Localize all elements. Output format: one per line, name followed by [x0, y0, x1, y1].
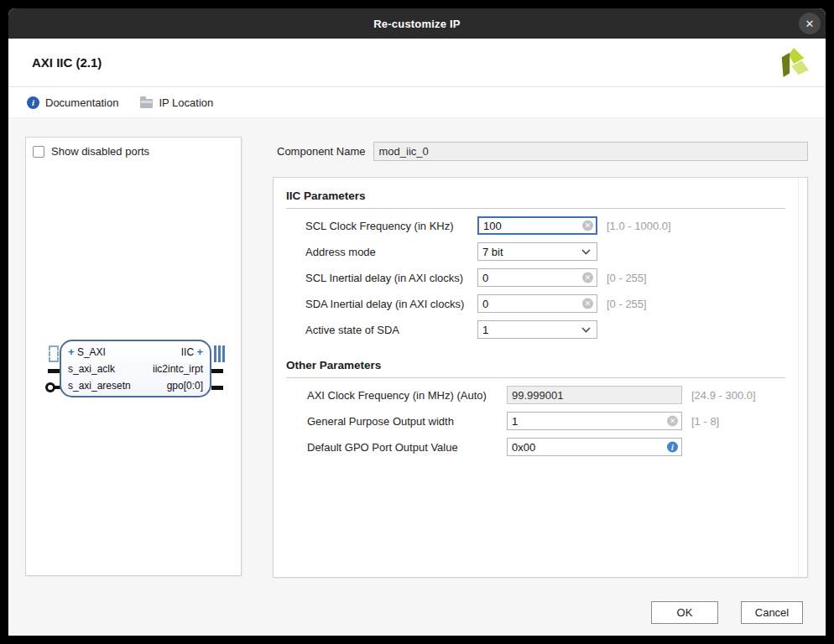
- iic-port: IIC +: [181, 345, 203, 358]
- parameters-panel: IIC Parameters SCL Clock Frequency (in K…: [273, 177, 808, 578]
- documentation-button[interactable]: i Documentation: [27, 96, 118, 109]
- s-axi-label: S_AXI: [77, 346, 106, 358]
- info-icon: i: [667, 442, 678, 453]
- chevron-down-icon: [581, 327, 591, 333]
- dialog-footer: OK Cancel: [8, 589, 826, 636]
- chevron-down-icon: [581, 249, 591, 255]
- iic2intc-irpt-label: iic2intc_irpt: [153, 363, 203, 375]
- iic-label: IIC: [181, 346, 194, 358]
- block-row-3: s_axi_aresetn gpo[0:0]: [68, 377, 203, 394]
- ip-toolbar: i Documentation IP Location: [8, 87, 826, 118]
- range-hint: [24.9 - 300.0]: [691, 389, 756, 402]
- component-name-input: [373, 142, 809, 161]
- gpo-label: gpo[0:0]: [167, 380, 203, 392]
- dialog-title: Re-customize IP: [373, 18, 460, 30]
- dialog-titlebar: Re-customize IP ✕: [8, 8, 826, 39]
- param-label: SCL Clock Frequency (in KHz): [305, 220, 477, 232]
- default-gpo-value-input[interactable]: [507, 438, 682, 456]
- select-value: 7 bit: [482, 246, 503, 258]
- ip-title: AXI IIC (2.1): [32, 55, 102, 70]
- documentation-label: Documentation: [45, 96, 118, 109]
- address-mode-select[interactable]: 7 bit: [477, 242, 597, 261]
- component-name-row: Component Name: [277, 142, 808, 161]
- plus-icon: +: [196, 345, 203, 358]
- param-row-address-mode: Address mode 7 bit: [274, 242, 807, 261]
- xilinx-logo-icon: [775, 47, 811, 79]
- param-row-sda-inertial-delay: SDA Inertial delay (in AXI clocks) ✕ [0 …: [274, 294, 807, 313]
- ip-header: AXI IIC (2.1): [8, 39, 826, 87]
- param-row-axi-clock-frequency: AXI Clock Frequency (in MHz) (Auto) [24.…: [274, 386, 807, 404]
- param-row-active-state-sda: Active state of SDA 1: [274, 320, 807, 339]
- s-axi-port: + S_AXI: [68, 345, 106, 358]
- sda-inertial-delay-input[interactable]: [477, 294, 597, 313]
- active-state-sda-select[interactable]: 1: [477, 320, 597, 339]
- show-disabled-ports-checkbox[interactable]: [33, 146, 44, 158]
- block-row-2: s_axi_aclk iic2intc_irpt: [68, 361, 203, 377]
- ip-location-button[interactable]: IP Location: [140, 96, 213, 109]
- param-label: AXI Clock Frequency (in MHz) (Auto): [307, 389, 507, 402]
- param-label: General Purpose Output width: [307, 415, 507, 428]
- param-row-gpo-width: General Purpose Output width ✕ [1 - 8]: [274, 412, 807, 430]
- gpo-pin[interactable]: [211, 386, 223, 390]
- s-axi-interface-pin[interactable]: [49, 345, 59, 362]
- documentation-info-icon: i: [27, 96, 39, 109]
- iic-interface-pin[interactable]: [214, 345, 225, 362]
- gpo-width-input[interactable]: [507, 412, 682, 430]
- block-preview-panel: Show disabled ports + S_AXI IIC + s_axi_…: [25, 137, 242, 576]
- axi-clock-frequency-input: [507, 386, 682, 404]
- param-row-scl-clock-frequency: SCL Clock Frequency (in KHz) ✕ [1.0 - 10…: [274, 216, 807, 235]
- dialog-body: Show disabled ports + S_AXI IIC + s_axi_…: [8, 118, 826, 589]
- range-hint: [1.0 - 1000.0]: [607, 220, 671, 232]
- show-disabled-ports-label: Show disabled ports: [51, 145, 149, 158]
- range-hint: [1 - 8]: [691, 415, 719, 428]
- s-axi-aclk-pin[interactable]: [48, 369, 60, 373]
- close-button[interactable]: ✕: [799, 13, 821, 34]
- clear-icon[interactable]: ✕: [582, 221, 593, 231]
- param-label: Address mode: [305, 246, 477, 258]
- plus-icon: +: [68, 345, 75, 358]
- s-axi-aresetn-label: s_axi_aresetn: [68, 380, 131, 392]
- recustomize-ip-dialog: Re-customize IP ✕ AXI IIC (2.1) i Docume…: [8, 8, 826, 636]
- clear-icon[interactable]: ✕: [582, 299, 593, 309]
- section-title-other-parameters: Other Parameters: [286, 359, 785, 378]
- param-label: Active state of SDA: [305, 324, 477, 336]
- param-row-scl-inertial-delay: SCL Inertial delay (in AXI clocks) ✕ [0 …: [274, 268, 807, 287]
- ip-location-label: IP Location: [159, 96, 213, 109]
- iic2intc-irpt-pin[interactable]: [211, 369, 223, 373]
- ip-block[interactable]: + S_AXI IIC + s_axi_aclk iic2intc_irpt s…: [60, 340, 211, 397]
- clear-icon[interactable]: ✕: [667, 416, 678, 427]
- param-label: SCL Inertial delay (in AXI clocks): [305, 272, 477, 284]
- param-row-default-gpo-value: Default GPO Port Output Value i: [274, 438, 807, 456]
- scrollbar-track[interactable]: [798, 178, 807, 577]
- cancel-button[interactable]: Cancel: [741, 601, 803, 624]
- range-hint: [0 - 255]: [607, 272, 647, 284]
- scl-clock-frequency-input[interactable]: [477, 216, 597, 235]
- select-value: 1: [482, 324, 488, 336]
- component-name-label: Component Name: [277, 145, 366, 158]
- s-axi-aclk-label: s_axi_aclk: [68, 363, 115, 375]
- param-label: SDA Inertial delay (in AXI clocks): [305, 298, 477, 310]
- ok-button[interactable]: OK: [651, 601, 718, 624]
- section-title-iic-parameters: IIC Parameters: [286, 190, 785, 209]
- block-row-interfaces: + S_AXI IIC +: [68, 344, 203, 361]
- close-icon: ✕: [805, 18, 815, 30]
- folder-icon: [140, 99, 153, 108]
- scl-inertial-delay-input[interactable]: [477, 268, 597, 287]
- clear-icon[interactable]: ✕: [582, 273, 593, 283]
- show-disabled-ports-row: Show disabled ports: [26, 138, 241, 158]
- param-label: Default GPO Port Output Value: [307, 441, 507, 454]
- range-hint: [0 - 255]: [607, 298, 647, 310]
